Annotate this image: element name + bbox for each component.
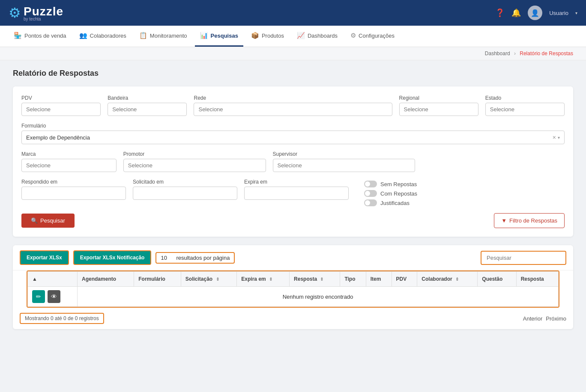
respondido-input[interactable] xyxy=(21,187,126,200)
user-name[interactable]: Usuario xyxy=(549,10,568,16)
promotor-input[interactable] xyxy=(123,159,266,172)
help-icon[interactable]: ❓ xyxy=(495,8,505,18)
toggle-justificadas[interactable]: Justificadas xyxy=(364,199,417,206)
bandeira-label: Bandeira xyxy=(108,95,187,101)
sidebar-item-monitoramento[interactable]: 📋 Monitoramento xyxy=(134,26,192,47)
per-page-input[interactable] xyxy=(161,255,173,261)
col-expira-em[interactable]: Expira em ⇕ xyxy=(237,272,290,287)
next-button[interactable]: Próximo xyxy=(546,315,566,322)
solicitado-input[interactable] xyxy=(133,187,237,200)
pagination-links: Anterior Próximo xyxy=(523,315,566,322)
sidebar-item-label: Monitoramento xyxy=(150,33,187,39)
sidebar-item-configuracoes[interactable]: ⚙ Configurações xyxy=(345,26,400,47)
notification-icon[interactable]: 🔔 xyxy=(511,8,521,18)
avatar[interactable]: 👤 xyxy=(528,6,542,20)
filter-group-solicitado: Solicitado em xyxy=(133,179,237,200)
view-button[interactable]: 👁 xyxy=(48,290,60,303)
col-formulario[interactable]: Formulário xyxy=(134,272,181,287)
pdv-input[interactable] xyxy=(21,103,101,116)
filter-group-supervisor: Supervisor xyxy=(273,151,416,172)
produtos-icon: 📦 xyxy=(251,32,259,39)
edit-button[interactable]: ✏ xyxy=(32,290,45,303)
col-agendamento[interactable]: Agendamento xyxy=(78,272,134,287)
formulario-clear-icon[interactable]: × xyxy=(553,134,556,141)
filter-row-1: PDV Bandeira Rede Regional Estado xyxy=(21,95,565,116)
rede-input[interactable] xyxy=(194,103,392,116)
toggle-justificadas-control[interactable] xyxy=(364,199,377,206)
chevron-down-icon: ▾ xyxy=(558,135,560,140)
data-table: ▲ Agendamento Formulário Solicitação ⇕ xyxy=(27,271,559,307)
logo-text: Puzzle xyxy=(24,5,63,18)
sidebar-item-label: Configurações xyxy=(359,33,395,39)
sidebar-item-label: Colaboradores xyxy=(90,33,126,39)
estado-input[interactable] xyxy=(485,103,565,116)
toggle-sem-repostas-label: Sem Repostas xyxy=(380,181,417,187)
table-body: ✏ 👁 Nenhum registro encontrado xyxy=(28,287,559,307)
toggle-com-repostas-control[interactable] xyxy=(364,190,377,197)
col-resposta[interactable]: Resposta ⇕ xyxy=(290,272,340,287)
sidebar-item-colaboradores[interactable]: 👥 Colaboradores xyxy=(74,26,132,47)
search-input[interactable] xyxy=(481,251,566,265)
formulario-select-wrapper[interactable]: Exemplo de Dependência × ▾ xyxy=(21,131,565,144)
dashboards-icon: 📈 xyxy=(297,32,305,39)
toggle-com-repostas[interactable]: Com Repostas xyxy=(364,190,417,197)
sidebar-item-pesquisas[interactable]: 📊 Pesquisas xyxy=(195,26,243,47)
col-colaborador[interactable]: Colaborador ⇕ xyxy=(417,272,478,287)
per-page-label: resultados por página xyxy=(176,255,230,261)
filter-group-formulario: Formulário Exemplo de Dependência × ▾ xyxy=(21,123,565,144)
gear-logo-icon: ⚙ xyxy=(9,5,21,21)
monitoramento-icon: 📋 xyxy=(139,32,147,39)
filter-group-respondido: Respondido em xyxy=(21,179,126,200)
breadcrumb-separator: › xyxy=(514,50,516,56)
export-xlsx-button[interactable]: Exportar XLSx xyxy=(20,250,69,265)
prev-button[interactable]: Anterior xyxy=(523,315,543,322)
breadcrumb: Dashboard › Relatório de Respostas xyxy=(0,47,586,60)
colaboradores-icon: 👥 xyxy=(79,32,87,39)
filter-group-promotor: Promotor xyxy=(123,151,266,172)
rede-label: Rede xyxy=(194,95,392,101)
breadcrumb-dashboard-link[interactable]: Dashboard xyxy=(485,50,510,56)
sidebar-item-produtos[interactable]: 📦 Produtos xyxy=(246,26,289,47)
toggle-sem-repostas-control[interactable] xyxy=(364,181,377,187)
col-questao[interactable]: Questão xyxy=(478,272,516,287)
pdv-label: PDV xyxy=(21,95,101,101)
col-solicitacao[interactable]: Solicitação ⇕ xyxy=(181,272,237,287)
action-cell: ✏ 👁 xyxy=(28,287,78,307)
top-bar: ⚙ Puzzle by techta ❓ 🔔 👤 Usuario ▾ xyxy=(0,0,586,26)
supervisor-input[interactable] xyxy=(273,159,416,172)
pontos-icon: 🏪 xyxy=(14,32,22,39)
table-toolbar: Exportar XLSx Exportar XLSx Notificação … xyxy=(13,245,573,270)
col-tipo[interactable]: Tipo xyxy=(340,272,366,287)
expira-input[interactable] xyxy=(244,187,349,200)
pesquisar-button[interactable]: 🔍 Pesquisar xyxy=(21,214,75,228)
filtro-respostas-button[interactable]: ▼ Filtro de Respostas xyxy=(494,213,565,228)
pagination-info: Mostrando 0 até 0 de 0 registros xyxy=(20,313,104,324)
bandeira-input[interactable] xyxy=(108,103,187,116)
sidebar-item-pontos[interactable]: 🏪 Pontos de venda xyxy=(9,26,72,47)
filter-card: PDV Bandeira Rede Regional Estado xyxy=(13,86,573,237)
logo-area[interactable]: ⚙ Puzzle by techta xyxy=(9,5,63,21)
filter-group-rede: Rede xyxy=(194,95,392,116)
filter-row-2: Formulário Exemplo de Dependência × ▾ xyxy=(21,123,565,144)
regional-input[interactable] xyxy=(399,103,478,116)
toggle-sem-repostas[interactable]: Sem Repostas xyxy=(364,181,417,187)
pesquisas-icon: 📊 xyxy=(200,32,208,39)
export-xlsx-notif-button[interactable]: Exportar XLSx Notificação xyxy=(73,250,152,265)
marca-input[interactable] xyxy=(21,159,117,172)
col-pdv[interactable]: PDV xyxy=(392,272,417,287)
filter-group-bandeira: Bandeira xyxy=(108,95,187,116)
sort-icon: ⇕ xyxy=(269,277,272,282)
sidebar-item-label: Pesquisas xyxy=(211,33,238,39)
sidebar-item-label: Produtos xyxy=(262,33,284,39)
col-actions: ▲ xyxy=(28,272,78,287)
respondido-label: Respondido em xyxy=(21,179,126,185)
estado-label: Estado xyxy=(485,95,565,101)
main-nav: 🏪 Pontos de venda 👥 Colaboradores 📋 Moni… xyxy=(0,26,586,47)
promotor-label: Promotor xyxy=(123,151,266,157)
col-item[interactable]: Item xyxy=(366,272,392,287)
solicitado-label: Solicitado em xyxy=(133,179,237,185)
expira-label: Expira em xyxy=(244,179,349,185)
col-resposta2[interactable]: Resposta xyxy=(516,272,558,287)
sidebar-item-dashboards[interactable]: 📈 Dashboards xyxy=(292,26,343,47)
regional-label: Regional xyxy=(399,95,478,101)
